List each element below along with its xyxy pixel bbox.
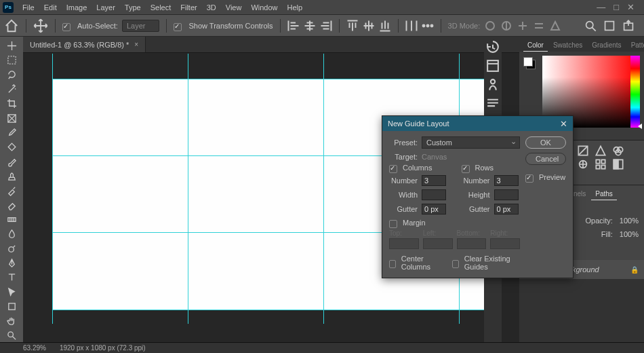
marquee-tool[interactable]: [3, 54, 20, 67]
ok-button[interactable]: OK: [525, 136, 566, 149]
hue-slider[interactable]: [630, 56, 640, 128]
close-icon[interactable]: ✕: [560, 119, 567, 129]
properties-panel-icon[interactable]: [485, 58, 500, 73]
menu-help[interactable]: Help: [283, 1, 308, 14]
align-left-icon[interactable]: [287, 20, 300, 32]
more-icon[interactable]: [422, 20, 434, 32]
dodge-tool[interactable]: [3, 242, 20, 255]
hand-tool[interactable]: [3, 314, 20, 327]
exposure-icon[interactable]: [578, 146, 588, 155]
guide-vertical[interactable]: [188, 54, 188, 324]
clone-stamp-tool[interactable]: [3, 170, 20, 183]
path-selection-tool[interactable]: [3, 286, 20, 299]
align-middle-v-icon[interactable]: [363, 20, 375, 32]
guide-horizontal[interactable]: [52, 310, 489, 310]
margin-checkbox[interactable]: [389, 220, 397, 228]
crop-tool[interactable]: [3, 97, 20, 110]
share-icon[interactable]: [622, 20, 635, 32]
tab-paths[interactable]: Paths: [591, 188, 617, 200]
rows-checkbox[interactable]: [462, 165, 470, 173]
row-height-input[interactable]: [494, 189, 519, 200]
screen-mode-icon[interactable]: [603, 20, 616, 32]
hue-sat-icon[interactable]: [613, 146, 624, 155]
menu-image[interactable]: Image: [62, 1, 92, 14]
eraser-tool[interactable]: [3, 199, 20, 212]
guide-horizontal[interactable]: [52, 79, 489, 79]
center-columns-checkbox[interactable]: [389, 260, 396, 268]
tab-gradients[interactable]: Gradients: [588, 39, 625, 52]
margin-left-input[interactable]: [423, 238, 453, 249]
magic-wand-tool[interactable]: [3, 83, 20, 96]
frame-tool[interactable]: [3, 112, 20, 125]
columns-checkbox[interactable]: [389, 165, 397, 173]
blur-tool[interactable]: [3, 227, 20, 240]
fill-value[interactable]: 100%: [620, 230, 639, 238]
lock-icon[interactable]: 🔒: [630, 266, 639, 274]
menu-type[interactable]: Type: [120, 1, 146, 14]
tab-patterns[interactable]: Patterns: [627, 39, 644, 52]
window-minimize-icon[interactable]: ―: [597, 3, 605, 12]
move-tool-icon[interactable]: [33, 18, 48, 33]
history-panel-icon[interactable]: [485, 39, 500, 54]
window-maximize-icon[interactable]: □: [613, 3, 619, 12]
clear-existing-checkbox[interactable]: [452, 260, 459, 268]
menu-view[interactable]: View: [221, 1, 247, 14]
align-right-icon[interactable]: [320, 20, 332, 32]
brush-tool[interactable]: [3, 155, 20, 168]
tab-swatches[interactable]: Swatches: [549, 39, 586, 52]
align-bottom-icon[interactable]: [379, 20, 391, 32]
guide-vertical[interactable]: [323, 54, 324, 324]
zoom-tool[interactable]: [3, 329, 20, 342]
menu-window[interactable]: Window: [246, 1, 282, 14]
align-center-h-icon[interactable]: [304, 20, 316, 32]
preset-dropdown[interactable]: Custom: [422, 136, 520, 149]
menu-select[interactable]: Select: [146, 1, 176, 14]
channel-mixer-icon[interactable]: [578, 160, 588, 169]
menu-layer[interactable]: Layer: [92, 1, 120, 14]
document-tab[interactable]: Untitled-1 @ 63.3% (RGB/8) * ×: [23, 37, 146, 52]
col-gutter-input[interactable]: [422, 204, 446, 215]
col-width-input[interactable]: [422, 189, 446, 200]
guide-vertical[interactable]: [52, 54, 53, 324]
menu-filter[interactable]: Filter: [176, 1, 201, 14]
tab-color[interactable]: Color: [523, 39, 548, 52]
row-number-input[interactable]: [494, 175, 519, 186]
window-close-icon[interactable]: ✕: [627, 3, 635, 12]
dialog-titlebar[interactable]: New Guide Layout ✕: [382, 116, 573, 131]
history-brush-tool[interactable]: [3, 184, 20, 197]
healing-brush-tool[interactable]: [3, 141, 20, 153]
auto-select-checkbox[interactable]: [62, 23, 71, 31]
lasso-tool[interactable]: [3, 69, 20, 81]
color-lookup-icon[interactable]: [595, 160, 606, 169]
zoom-level[interactable]: 63.29%: [23, 344, 46, 352]
pen-tool[interactable]: [3, 257, 20, 270]
character-panel-icon[interactable]: [485, 77, 500, 92]
distribute-h-icon[interactable]: [405, 20, 418, 32]
search-icon[interactable]: [584, 20, 597, 32]
close-tab-icon[interactable]: ×: [134, 41, 138, 48]
menu-file[interactable]: File: [18, 1, 39, 14]
eyedropper-tool[interactable]: [3, 126, 20, 139]
home-icon[interactable]: [4, 18, 19, 33]
show-transform-checkbox[interactable]: [174, 23, 182, 31]
shape-tool[interactable]: [3, 300, 20, 313]
paragraph-panel-icon[interactable]: [485, 96, 500, 111]
row-gutter-input[interactable]: [494, 204, 519, 215]
opacity-value[interactable]: 100%: [620, 217, 639, 225]
foreground-swatch[interactable]: [523, 57, 533, 67]
gradient-tool[interactable]: [3, 213, 20, 226]
move-tool[interactable]: [3, 39, 20, 52]
preview-checkbox[interactable]: [525, 174, 534, 183]
invert-icon[interactable]: [613, 160, 624, 169]
menu-edit[interactable]: Edit: [39, 1, 62, 14]
menu-3d[interactable]: 3D: [202, 1, 221, 14]
col-number-input[interactable]: [422, 175, 446, 186]
vibrance-icon[interactable]: [595, 146, 606, 155]
margin-top-input[interactable]: [389, 238, 419, 249]
type-tool[interactable]: [3, 271, 20, 284]
align-top-icon[interactable]: [346, 20, 359, 32]
margin-right-input[interactable]: [490, 238, 520, 249]
cancel-button[interactable]: Cancel: [525, 153, 566, 165]
margin-bottom-input[interactable]: [457, 238, 487, 249]
auto-select-dropdown[interactable]: Layer: [122, 20, 160, 32]
